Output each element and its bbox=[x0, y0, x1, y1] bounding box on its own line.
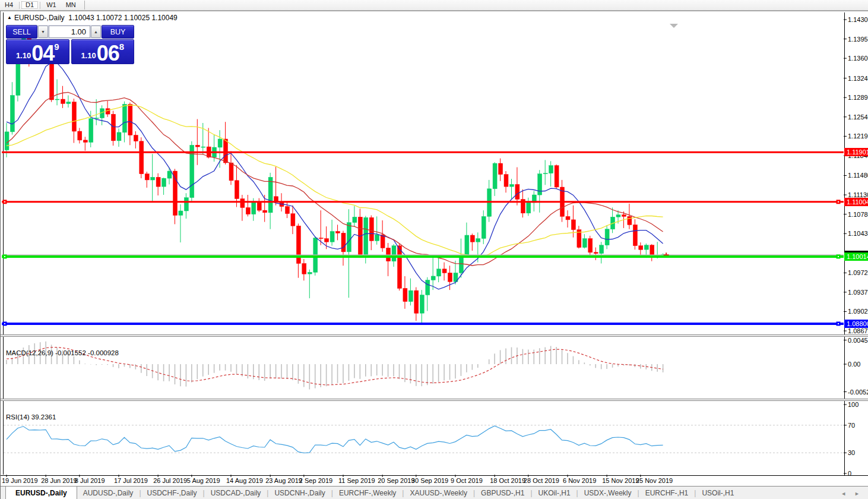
timeframe-toolbar: H4D1W1MN bbox=[0, 0, 868, 11]
chart-tab-bar: EURUSD-,DailyAUDUSD-,Daily|USDCHF-,Daily… bbox=[1, 486, 868, 499]
chart-title: ▲EURUSD-,Daily 1.10043 1.10072 1.10025 1… bbox=[7, 14, 178, 22]
tab-usdchf-daily[interactable]: USDCHF-,Daily bbox=[141, 487, 203, 499]
volume-increase-button[interactable]: ▲ bbox=[91, 26, 101, 38]
collapse-panel-icon[interactable]: ▲ bbox=[7, 15, 12, 20]
tab-xauusd-weekly[interactable]: XAUUSD-,Weekly bbox=[404, 487, 473, 499]
chart-symbol-period: EURUSD-,Daily bbox=[14, 14, 65, 22]
tab-eurchf-h1[interactable]: EURCHF-,H1 bbox=[639, 487, 695, 499]
volume-spinner: ▼ ▲ bbox=[37, 25, 102, 39]
tab-audusd-daily[interactable]: AUDUSD-,Daily bbox=[77, 487, 140, 499]
tab-usdcad-daily[interactable]: USDCAD-,Daily bbox=[205, 487, 267, 499]
timeframe-w1[interactable]: W1 bbox=[42, 1, 61, 10]
sell-price-prefix: 1.10 bbox=[16, 51, 31, 60]
macd-indicator-label: MACD(12,26,9) -0.001552 -0.000928 bbox=[6, 349, 119, 356]
toolbar-separator bbox=[84, 1, 85, 10]
tab-scroll-right-icon[interactable]: ► bbox=[854, 491, 860, 497]
timeframe-mn[interactable]: MN bbox=[61, 1, 81, 10]
buy-price-big: 06 bbox=[97, 45, 119, 62]
volume-decrease-button[interactable]: ▼ bbox=[38, 26, 48, 38]
one-click-trading-panel: SELL ▼ ▲ BUY 1.10049 1.10068 bbox=[6, 25, 134, 64]
chart-window: MACD(12,26,9) -0.001552 -0.000928 RSI(14… bbox=[0, 11, 868, 499]
sell-price-pip: 9 bbox=[54, 42, 59, 52]
pane-splitter[interactable] bbox=[1, 334, 868, 337]
toolbar-separator bbox=[40, 2, 40, 9]
tab-eurchf-weekly[interactable]: EURCHF-,Weekly bbox=[333, 487, 402, 499]
tab-usdcnh-daily[interactable]: USDCNH-,Daily bbox=[268, 487, 331, 499]
timeframe-h4[interactable]: H4 bbox=[0, 1, 18, 10]
buy-price-display[interactable]: 1.10068 bbox=[71, 39, 135, 64]
sell-button[interactable]: SELL bbox=[6, 25, 37, 39]
tab-usdx-weekly[interactable]: USDX-,Weekly bbox=[578, 487, 638, 499]
sell-price-display[interactable]: 1.10049 bbox=[6, 39, 69, 64]
timeframe-d1[interactable]: D1 bbox=[21, 1, 39, 10]
chart-ohlc-values: 1.10043 1.10072 1.10025 1.10049 bbox=[68, 14, 178, 22]
scroll-to-end-icon[interactable] bbox=[670, 24, 678, 28]
sell-price-big: 04 bbox=[31, 45, 54, 62]
price-axis bbox=[844, 12, 845, 475]
tab-gbpusd-h1[interactable]: GBPUSD-,H1 bbox=[475, 487, 530, 499]
macd-pane[interactable] bbox=[3, 337, 845, 399]
tab-usoil-h1[interactable]: USOil-,H1 bbox=[696, 487, 740, 499]
buy-button[interactable]: BUY bbox=[102, 25, 134, 39]
tab-eurusd-daily[interactable]: EURUSD-,Daily bbox=[5, 487, 77, 499]
tab-scroll-left-icon[interactable]: ◄ bbox=[841, 491, 846, 497]
rsi-indicator-label: RSI(14) 39.2361 bbox=[6, 413, 56, 421]
pane-splitter[interactable] bbox=[1, 399, 868, 401]
buy-price-prefix: 1.10 bbox=[81, 51, 96, 60]
volume-input[interactable] bbox=[49, 26, 90, 38]
time-axis bbox=[1, 475, 868, 486]
buy-price-pip: 8 bbox=[119, 42, 124, 52]
tab-ukoil-h1[interactable]: UKOil-,H1 bbox=[533, 487, 576, 499]
rsi-pane[interactable] bbox=[3, 401, 845, 475]
toolbar-separator bbox=[19, 2, 20, 9]
